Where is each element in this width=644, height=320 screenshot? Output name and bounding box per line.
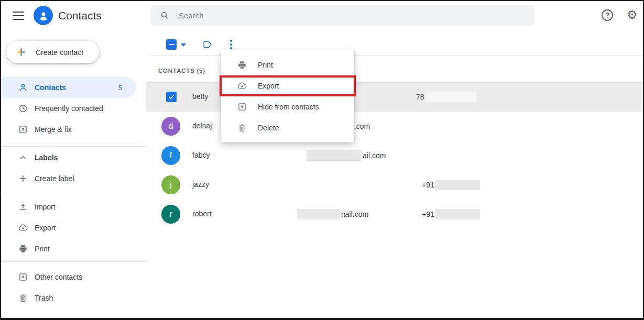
create-contact-button[interactable]: Create contact [6, 41, 99, 63]
printer-icon [237, 60, 247, 70]
google-plus-icon [16, 47, 26, 57]
cloud-download-icon [18, 223, 28, 233]
contact-phone: +91 [422, 180, 480, 190]
hamburger-menu-icon[interactable] [13, 12, 24, 20]
person-icon [18, 82, 28, 93]
sidebar-divider [1, 194, 146, 194]
trash-icon [237, 123, 247, 133]
sidebar-item-contacts[interactable]: Contacts 5 [1, 77, 136, 98]
sidebar-divider [1, 146, 146, 147]
create-contact-label: Create contact [36, 48, 83, 57]
contact-phone: 78 [416, 92, 476, 102]
menu-item-delete[interactable]: Delete [221, 117, 354, 138]
menu-item-label: Delete [258, 124, 279, 132]
sidebar-item-label: Frequently contacted [35, 104, 103, 113]
redaction-box [435, 209, 480, 219]
archive-box-icon [237, 102, 247, 112]
contact-email: nail.com [297, 209, 368, 219]
select-all-checkbox[interactable] [166, 39, 177, 50]
menu-item-label: Hide from contacts [258, 103, 319, 111]
plus-icon [18, 173, 28, 184]
labels-header-label: Labels [35, 153, 58, 162]
archive-box-icon [18, 272, 28, 282]
search-icon [159, 10, 170, 20]
google-contacts-window: Contacts ? ⚙ Create contact Contacts 5 [0, 0, 644, 320]
contacts-app-logo [34, 6, 53, 25]
avatar[interactable]: r [161, 205, 180, 224]
menu-item-hide-from-contacts[interactable]: Hide from contacts [221, 96, 354, 117]
question-mark-icon: ? [605, 11, 610, 19]
contact-name: betty [192, 92, 208, 101]
menu-item-label: Export [258, 82, 279, 90]
sidebar-item-label: Trash [35, 294, 53, 302]
sidebar-item-export[interactable]: Export [1, 217, 136, 238]
menu-item-export[interactable]: Export [221, 75, 354, 96]
upload-icon [18, 202, 28, 212]
trash-icon [18, 293, 28, 303]
page-title: Contacts [58, 9, 102, 22]
contact-name: delnaj [192, 122, 212, 130]
contact-name: robert [192, 209, 212, 218]
menu-item-print[interactable]: Print [221, 54, 354, 75]
more-actions-menu: Print Export Hide from contacts [221, 50, 354, 142]
redaction-box [435, 180, 480, 190]
sidebar-item-frequently-contacted[interactable]: Frequently contacted [1, 98, 136, 119]
avatar[interactable]: d [161, 117, 180, 136]
settings-button[interactable]: ⚙ [627, 8, 638, 23]
avatar[interactable]: f [161, 146, 180, 165]
contact-email: ail.com [307, 150, 386, 161]
sidebar-item-create-label[interactable]: Create label [1, 168, 136, 189]
sidebar-item-other-contacts[interactable]: Other contacts [1, 267, 136, 288]
redaction-box [425, 92, 476, 102]
contact-row-jazzy[interactable]: j jazzy +91 [150, 170, 644, 200]
cloud-download-icon [237, 81, 247, 91]
sidebar-item-label: Contacts [35, 83, 66, 92]
contact-name: jazzy [192, 180, 209, 189]
contact-phone: +91 [422, 209, 480, 219]
person-icon [37, 9, 50, 22]
sidebar-item-label: Print [35, 245, 50, 253]
search-bar[interactable] [150, 5, 534, 26]
sidebar-divider [1, 261, 146, 262]
selection-dropdown-caret[interactable] [181, 43, 186, 47]
contact-name: fabcy [192, 151, 210, 159]
sidebar-item-label: Import [35, 203, 56, 211]
sidebar-labels-header[interactable]: Labels [1, 147, 136, 168]
sidebar-item-label: Create label [35, 174, 74, 183]
chevron-up-icon [18, 152, 28, 163]
gear-icon: ⚙ [627, 8, 638, 21]
sidebar-item-label: Merge & fix [35, 125, 72, 134]
more-actions-button[interactable] [226, 39, 236, 50]
sidebar-item-import[interactable]: Import [1, 196, 136, 217]
merge-fix-icon [18, 124, 28, 135]
contact-row-fabcy[interactable]: f fabcy ail.com [150, 141, 644, 170]
avatar[interactable]: j [161, 175, 180, 194]
redaction-box [307, 150, 362, 161]
manage-labels-button[interactable] [202, 39, 213, 52]
menu-item-label: Print [258, 61, 273, 69]
checkmark-icon [168, 93, 175, 101]
sidebar-item-merge-fix[interactable]: Merge & fix [1, 119, 136, 140]
contacts-count-badge: 5 [118, 84, 122, 92]
sidebar-item-label: Other contacts [35, 273, 82, 281]
sidebar-item-trash[interactable]: Trash [1, 288, 136, 308]
help-button[interactable]: ? [602, 9, 613, 21]
sidebar-item-label: Export [35, 224, 56, 232]
label-tag-icon [202, 39, 213, 50]
redaction-box [297, 209, 340, 219]
contacts-list-header: CONTACTS (5) [158, 68, 205, 74]
history-clock-icon [18, 103, 28, 114]
sidebar-item-print[interactable]: Print [1, 238, 136, 259]
row-checkbox-checked[interactable] [166, 92, 177, 102]
search-input[interactable] [179, 11, 493, 20]
contact-row-robert[interactable]: r robert nail.com +91 [150, 200, 644, 229]
printer-icon [18, 244, 28, 254]
